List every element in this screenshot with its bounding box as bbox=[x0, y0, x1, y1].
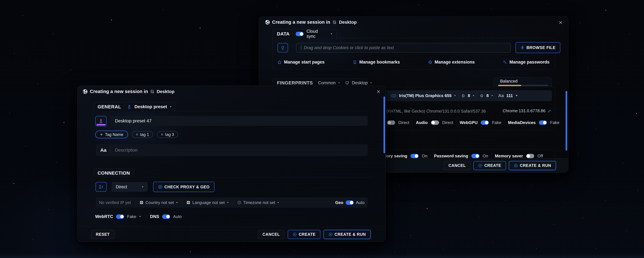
webgpu-toggle[interactable] bbox=[481, 120, 489, 125]
dns-label: DNS bbox=[150, 214, 159, 219]
connection-tab: CONNECTION bbox=[93, 169, 134, 177]
manage-extensions-link[interactable]: Manage extensions bbox=[428, 60, 475, 65]
tag-name-input[interactable]: Tag Name bbox=[95, 131, 128, 138]
country-dropdown[interactable]: Country not set bbox=[146, 200, 174, 205]
history-saving-toggle[interactable] bbox=[410, 154, 418, 158]
dialog-header: Creating a new session in Desktop bbox=[83, 89, 174, 94]
fp-source-dropdown[interactable]: Common bbox=[318, 80, 336, 85]
language-dropdown[interactable]: Language not set bbox=[192, 200, 225, 205]
chevron-down-icon[interactable] bbox=[176, 202, 178, 203]
plus-circle-icon bbox=[478, 164, 482, 168]
profile-badge-icon bbox=[332, 20, 337, 24]
timezone-dropdown[interactable]: Timezone not set bbox=[243, 200, 275, 205]
ip-status: No verified IP yet bbox=[99, 200, 131, 205]
chevron-down-icon[interactable] bbox=[370, 82, 372, 83]
cancel-button[interactable]: CANCEL bbox=[444, 161, 470, 170]
create-and-run-button[interactable]: CREATE & RUN bbox=[324, 230, 370, 239]
swap-arrows-icon bbox=[158, 185, 162, 189]
proxy-button[interactable] bbox=[96, 182, 107, 192]
description-placeholder: Description bbox=[115, 148, 138, 153]
webrtc-toggle[interactable] bbox=[116, 214, 124, 219]
general-tab: GENERAL Desktop preset bbox=[93, 102, 176, 111]
dialog-context: Desktop bbox=[339, 20, 356, 25]
paperclip-icon bbox=[520, 46, 524, 50]
tag-chip[interactable]: tag 3 bbox=[157, 131, 178, 138]
close-icon bbox=[376, 89, 380, 94]
bookmark-icon bbox=[353, 60, 357, 64]
plus-icon bbox=[100, 133, 103, 136]
geo-label: Geo bbox=[335, 200, 344, 205]
cloud-sync-label: Cloud sync bbox=[306, 29, 328, 39]
webrtc-value: Fake bbox=[127, 214, 136, 219]
manage-bookmarks-link[interactable]: Manage bookmarks bbox=[353, 60, 400, 65]
edit-pencil-icon[interactable] bbox=[548, 109, 551, 113]
data-tab: DATA Cloud sync bbox=[272, 29, 337, 38]
cookies-placeholder: Drag and drop Cookies or click to paste … bbox=[304, 45, 394, 50]
chevron-down-icon[interactable] bbox=[491, 95, 493, 96]
memory-saver-toggle[interactable] bbox=[526, 154, 534, 158]
geo-toggle[interactable] bbox=[346, 200, 354, 205]
cores-dropdown[interactable]: 8 bbox=[486, 93, 489, 98]
front-dialog-footer: RESET CANCEL CREATE CREATE & RUN bbox=[78, 226, 386, 242]
create-button[interactable]: CREATE bbox=[473, 161, 506, 170]
quality-tab-label: Balanced bbox=[500, 79, 552, 84]
cookies-button[interactable] bbox=[278, 43, 288, 52]
globe-flag-icon bbox=[140, 200, 144, 205]
manage-passwords-link[interactable]: Manage passwords bbox=[503, 60, 550, 65]
browse-file-label: BROWSE FILE bbox=[526, 45, 556, 50]
close-button[interactable] bbox=[376, 89, 381, 94]
avatar[interactable] bbox=[95, 116, 106, 126]
cancel-button[interactable]: CANCEL bbox=[258, 230, 284, 239]
chevron-down-icon[interactable] bbox=[473, 95, 474, 96]
audio-toggle[interactable] bbox=[431, 120, 439, 125]
create-and-run-button[interactable]: CREATE & RUN bbox=[509, 161, 556, 170]
clock-icon bbox=[237, 200, 241, 205]
geo-row: No verified IP yet Country not set Langu… bbox=[96, 197, 368, 208]
close-button[interactable] bbox=[558, 20, 563, 25]
create-button[interactable]: CREATE bbox=[288, 230, 320, 239]
front-modal-scrollbar[interactable] bbox=[384, 96, 385, 153]
description-input[interactable]: Aa Description bbox=[96, 144, 368, 156]
media-toggles-row: Direct Audio Direct WebGPU Fake MediaDev… bbox=[387, 119, 560, 126]
password-saving-toggle[interactable] bbox=[472, 154, 480, 158]
browse-file-button[interactable]: BROWSE FILE bbox=[516, 42, 560, 53]
session-dialog-front: Creating a new session in Desktop GENERA… bbox=[77, 85, 386, 242]
manage-start-pages-link[interactable]: Manage start pages bbox=[278, 60, 324, 65]
mediadevices-toggle[interactable] bbox=[539, 120, 547, 125]
fonts-icon: Aa bbox=[498, 93, 504, 98]
back-modal-scrollbar[interactable] bbox=[566, 91, 567, 151]
play-circle-icon bbox=[328, 232, 333, 236]
fp-platform-dropdown[interactable]: Desktop bbox=[352, 80, 368, 85]
chevron-down-icon[interactable] bbox=[170, 106, 172, 107]
tag-chip[interactable]: tag 1 bbox=[132, 131, 153, 138]
check-proxy-geo-button[interactable]: CHECK PROXY & GEO bbox=[153, 182, 214, 192]
chevron-down-icon[interactable] bbox=[227, 202, 228, 203]
reset-button[interactable]: RESET bbox=[91, 230, 114, 239]
session-name-input[interactable]: Desktop preset 47 bbox=[110, 116, 368, 126]
chevron-down-icon[interactable] bbox=[139, 216, 141, 217]
chevron-down-icon[interactable] bbox=[331, 33, 332, 35]
fonts-dropdown[interactable]: 111 bbox=[506, 93, 513, 98]
user-agent-text: (KHTML, like Gecko) Chrome/131.0.0.0 Saf… bbox=[386, 109, 486, 114]
preset-dropdown[interactable]: Desktop preset bbox=[134, 104, 167, 109]
person-icon bbox=[98, 119, 103, 123]
browser-version-group: Chrome 131.0.6778.86 bbox=[503, 108, 551, 113]
general-tab-label: GENERAL bbox=[98, 104, 121, 109]
ram-dropdown[interactable]: 8 bbox=[468, 93, 470, 98]
webrtc-mode-toggle[interactable] bbox=[387, 120, 395, 125]
chevron-down-icon[interactable] bbox=[516, 95, 518, 96]
profile-badge-icon bbox=[150, 89, 154, 94]
text-cursor bbox=[301, 45, 301, 50]
cloud-sync-toggle[interactable] bbox=[296, 32, 304, 36]
chevron-down-icon[interactable] bbox=[338, 82, 340, 83]
chevron-down-icon[interactable] bbox=[454, 95, 456, 96]
dialog-header: Creating a new session in Desktop bbox=[265, 20, 357, 25]
proxy-type-dropdown[interactable]: Direct bbox=[112, 182, 148, 192]
puzzle-icon bbox=[428, 60, 432, 64]
dns-toggle[interactable] bbox=[162, 214, 170, 219]
gpu-dropdown[interactable]: Iris(TM) Plus Graphics 655 bbox=[399, 93, 452, 98]
chevron-down-icon[interactable] bbox=[278, 202, 279, 203]
fingerprints-tab-label: FINGERPRINTS bbox=[277, 80, 313, 86]
cookies-drop-zone[interactable]: Drag and drop Cookies or click to paste … bbox=[296, 43, 511, 53]
quality-tab[interactable]: Balanced bbox=[493, 77, 552, 87]
